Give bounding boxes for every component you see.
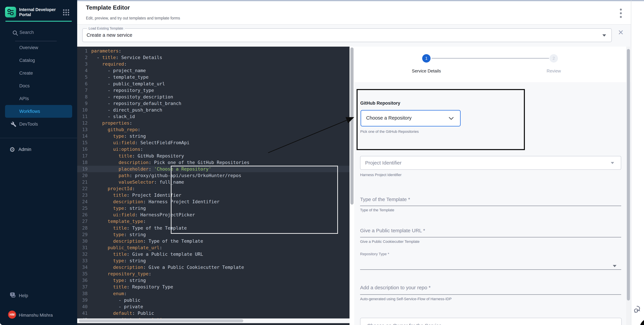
- code-line[interactable]: 36 type: string: [77, 277, 350, 284]
- code-text: type: string: [91, 232, 146, 237]
- code-line[interactable]: 30 description: Type of the Template: [77, 238, 350, 244]
- owner-select[interactable]: Choose an Owner for the Service: [360, 318, 622, 325]
- sidebar-item-overview[interactable]: Overview: [0, 41, 77, 54]
- repository-type-select[interactable]: [360, 269, 621, 270]
- code-line[interactable]: 32 title: Give a Public template URL: [77, 251, 350, 257]
- code-text: - repository_default_branch: [91, 101, 181, 106]
- editor-horizontal-scrollbar-thumb[interactable]: [79, 319, 243, 322]
- code-line[interactable]: 22 projectId:: [77, 185, 350, 192]
- repo-description-input[interactable]: [360, 294, 621, 295]
- page-vertical-scrollbar[interactable]: [626, 47, 630, 325]
- code-text: type: string: [91, 278, 146, 283]
- avatar: HM: [8, 311, 16, 319]
- code-line[interactable]: 37 title: Repository Type: [77, 284, 350, 290]
- code-line[interactable]: 38 enum:: [77, 290, 350, 297]
- code-line[interactable]: 13 github_repo:: [77, 126, 350, 133]
- line-number: 24: [77, 199, 91, 204]
- code-text: - template_type: [91, 74, 148, 80]
- sidebar-item-workflows[interactable]: Workflows: [5, 105, 72, 118]
- code-line[interactable]: 9 - repository_default_branch: [77, 100, 350, 107]
- line-number: 1: [77, 48, 91, 53]
- stepper-step-2[interactable]: 2: [550, 54, 558, 62]
- code-line[interactable]: 35 repository_type:: [77, 271, 350, 277]
- template-type-input[interactable]: [360, 206, 621, 206]
- code-text: - public: [91, 298, 140, 303]
- floating-action-button[interactable]: [640, 318, 644, 325]
- code-text: ui:field: HarnessProjectPicker: [91, 212, 195, 217]
- page-title: Template Editor: [86, 4, 130, 11]
- sidebar-item-help[interactable]: ? Help: [0, 290, 77, 302]
- code-line[interactable]: 27 template_type:: [77, 218, 350, 225]
- code-text: title: GitHub Repository: [91, 153, 184, 158]
- code-line[interactable]: 20 path: proxy/github-api/users/OrkoHunt…: [77, 172, 350, 179]
- page-vertical-scrollbar-thumb[interactable]: [627, 49, 630, 301]
- code-line[interactable]: 26 ui:field: HarnessProjectPicker: [77, 212, 350, 218]
- code-line[interactable]: 12 properties:: [77, 120, 350, 126]
- editor-vertical-scrollbar-thumb[interactable]: [350, 47, 354, 205]
- code-line[interactable]: 1parameters:: [77, 48, 350, 54]
- line-number: 18: [77, 160, 91, 165]
- sidebar-item-admin[interactable]: ⚙ Admin: [0, 144, 77, 156]
- code-line[interactable]: 3 required:: [77, 61, 350, 67]
- kebab-menu-icon[interactable]: [620, 8, 622, 19]
- code-line[interactable]: 17 title: GitHub Repository: [77, 153, 350, 159]
- editor-vertical-scrollbar[interactable]: [350, 47, 354, 325]
- code-line[interactable]: 7 - repository_type: [77, 87, 350, 94]
- close-icon[interactable]: ✕: [618, 29, 624, 36]
- code-line[interactable]: 10 - direct_push_branch: [77, 107, 350, 113]
- code-line[interactable]: 31 public_template_url:: [77, 244, 350, 251]
- code-line[interactable]: 28 title: Type of the Template: [77, 225, 350, 231]
- sidebar-item-label: Catalog: [19, 58, 35, 63]
- code-line[interactable]: 4 - project_name: [77, 67, 350, 74]
- code-line[interactable]: 41 default: Public: [77, 310, 350, 317]
- code-line[interactable]: 19 placeholder: 'Choose a Repository': [77, 166, 350, 172]
- owner-select-placeholder: Choose an Owner for the Service: [367, 323, 442, 325]
- app-logo[interactable]: Internal Developer Portal: [5, 6, 72, 18]
- code-line[interactable]: 25 type: string: [77, 205, 350, 212]
- code-line[interactable]: 29 type: string: [77, 231, 350, 238]
- code-line[interactable]: 11 - slack_id: [77, 113, 350, 120]
- code-line[interactable]: 8 - repositoty_description: [77, 94, 350, 100]
- code-line[interactable]: 39 - public: [77, 297, 350, 303]
- stepper-step-1[interactable]: 1: [422, 54, 430, 62]
- code-line[interactable]: 24 description: Harness Project Identifi…: [77, 198, 350, 205]
- editor-horizontal-scrollbar[interactable]: [77, 319, 350, 323]
- code-line[interactable]: 14 type: string: [77, 133, 350, 139]
- sidebar-item-create[interactable]: Create: [0, 67, 77, 79]
- code-line[interactable]: 23 title: Project Identifier: [77, 192, 350, 198]
- sidebar-item-docs[interactable]: Docs: [0, 79, 77, 92]
- code-line[interactable]: 33 type: string: [77, 257, 350, 264]
- line-number: 25: [77, 206, 91, 211]
- code-text: default: Public: [91, 311, 154, 316]
- sidebar-brand-divider: [5, 21, 72, 22]
- template-type-field-label: Type of the Template *: [360, 197, 410, 202]
- line-number: 9: [77, 101, 91, 106]
- code-line[interactable]: 15 ui:field: SelectFieldFromApi: [77, 139, 350, 146]
- sidebar-item-label: Workflows: [19, 109, 40, 114]
- chat-widget-icon[interactable]: [634, 305, 643, 314]
- project-identifier-select[interactable]: Project Identifier: [360, 156, 621, 170]
- code-line[interactable]: 40 - private: [77, 303, 350, 310]
- code-line[interactable]: 16 ui:options:: [77, 146, 350, 152]
- user-menu[interactable]: HM Himanshu Mishra: [0, 308, 77, 322]
- line-number: 4: [77, 68, 91, 73]
- code-text: type: string: [91, 258, 146, 263]
- code-line[interactable]: 34 description: Give a Public Cookiecutt…: [77, 264, 350, 271]
- help-chat-icon: ?: [9, 292, 17, 301]
- sidebar-item-catalog[interactable]: Catalog: [0, 54, 77, 67]
- sidebar-item-apis[interactable]: APIs: [0, 92, 77, 105]
- github-repository-select[interactable]: Choose a Repository: [360, 110, 460, 126]
- load-template-label: Load Existing Template: [87, 26, 125, 30]
- sidebar-search[interactable]: Search: [0, 28, 77, 38]
- code-line[interactable]: 18 description: Pick one of the GitHub R…: [77, 159, 350, 166]
- code-line[interactable]: 6 - public_template_url: [77, 80, 350, 87]
- app-switcher-grid-icon[interactable]: [62, 9, 70, 16]
- load-existing-template-select[interactable]: Load Existing Template Create a new serv…: [82, 28, 612, 42]
- code-line[interactable]: 21 valueSelector: full_name: [77, 179, 350, 185]
- sidebar-item-devtools[interactable]: DevTools: [0, 118, 77, 130]
- yaml-code-editor[interactable]: 1parameters:2 - title: Service Details3 …: [77, 47, 350, 325]
- line-number: 31: [77, 245, 91, 250]
- public-url-input[interactable]: [360, 237, 621, 238]
- code-line[interactable]: 2 - title: Service Details: [77, 54, 350, 61]
- code-line[interactable]: 5 - template_type: [77, 74, 350, 80]
